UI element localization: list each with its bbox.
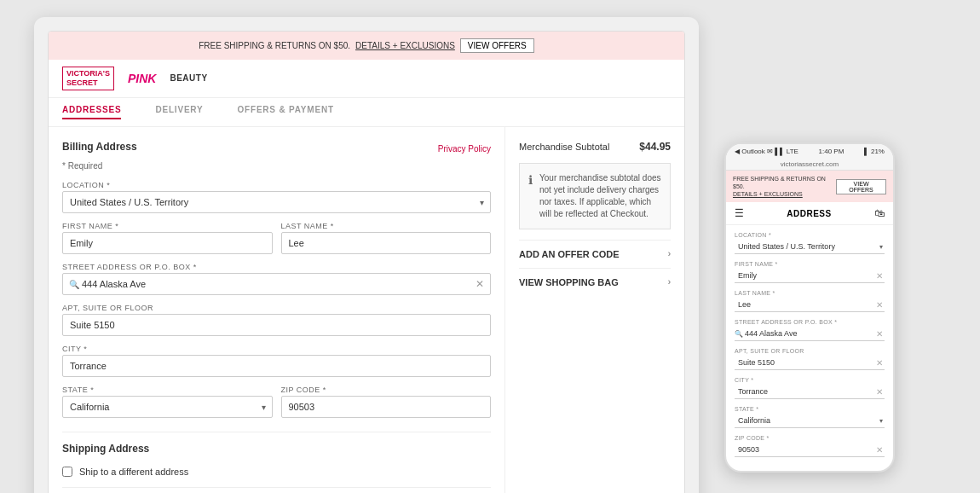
phone-status-bar: ◀ Outlook ✉ ▌▌ LTE 1:40 PM ▌ 21% — [726, 144, 893, 159]
phone-apt-label: APT, SUITE OR FLOOR — [735, 348, 885, 354]
lastname-group: LAST NAME * — [281, 222, 492, 254]
state-group: STATE * California ▾ — [62, 386, 273, 418]
city-group: CITY * — [62, 345, 491, 377]
phone-state-arrow: ▾ — [879, 417, 883, 425]
firstname-group: FIRST NAME * — [62, 222, 273, 254]
phone-firstname-group: FIRST NAME * ✕ — [735, 261, 885, 283]
right-panel: Merchandise Subtotal $44.95 ℹ Your merch… — [505, 127, 684, 493]
phone-banner-link[interactable]: DETAILS + EXCLUSIONS — [733, 191, 803, 197]
step-delivery[interactable]: DELIVERY — [155, 105, 203, 119]
phone-city-label: CITY * — [735, 377, 885, 383]
phone-banner-text: FREE SHIPPING & RETURNS ON $50. — [733, 176, 826, 189]
phone-bag-icon[interactable]: 🛍 — [874, 207, 885, 219]
required-note: * Required — [62, 161, 491, 171]
navigation: VICTORIA'SSECRET PINK BEAUTY — [49, 60, 684, 98]
step-addresses[interactable]: ADDRESSES — [62, 105, 121, 119]
phone-firstname-input[interactable] — [735, 269, 885, 283]
zip-input[interactable] — [281, 396, 492, 418]
state-label: STATE * — [62, 386, 273, 394]
apt-input[interactable] — [62, 314, 491, 336]
phone-apt-group: APT, SUITE OR FLOOR ✕ — [735, 348, 885, 370]
phone-zip-input[interactable] — [735, 443, 885, 457]
phone-search-icon: 🔍 — [735, 330, 743, 338]
shipping-section: Shipping Address — [62, 432, 491, 460]
phone-city-clear[interactable]: ✕ — [876, 387, 883, 397]
phone-zip-clear[interactable]: ✕ — [876, 445, 883, 455]
state-select[interactable]: California — [62, 396, 273, 418]
nav-beauty[interactable]: BEAUTY — [170, 73, 207, 83]
phone-location-select[interactable]: United States / U.S. Territory — [735, 240, 885, 254]
info-text: Your merchandise subtotal does not yet i… — [539, 172, 661, 220]
step-offers-payment[interactable]: OFFERS & PAYMENT — [237, 105, 333, 119]
bag-arrow-icon: › — [668, 277, 671, 287]
phone-state-select[interactable]: California — [735, 414, 885, 428]
banner-link[interactable]: DETAILS + EXCLUSIONS — [355, 41, 455, 50]
phone-menu-icon[interactable]: ☰ — [735, 207, 744, 219]
phone-url: victoriassecret.com — [726, 159, 893, 171]
phone-lastname-clear[interactable]: ✕ — [876, 300, 883, 310]
phone-street-input[interactable] — [735, 327, 885, 341]
phone-banner: FREE SHIPPING & RETURNS ON $50. DETAILS … — [726, 171, 893, 202]
shopping-bag-label: VIEW SHOPPING BAG — [519, 277, 619, 287]
phone-firstname-clear[interactable]: ✕ — [876, 271, 883, 281]
phone-street-group: STREET ADDRESS OR P.O. BOX * 🔍 ✕ — [735, 319, 885, 341]
banner-text: FREE SHIPPING & RETURNS ON $50. — [199, 41, 350, 50]
subtotal-label: Merchandise Subtotal — [519, 142, 609, 152]
offer-code-row[interactable]: ADD AN OFFER CODE › — [519, 240, 671, 268]
offer-arrow-icon: › — [668, 249, 671, 258]
search-icon: 🔍 — [69, 279, 79, 288]
phone-zip-label: ZIP CODE * — [735, 435, 885, 441]
phone-zip-group: ZIP CODE * ✕ — [735, 435, 885, 457]
contact-section: Contact Information Why do we need this?… — [62, 487, 491, 493]
vs-logo: VICTORIA'SSECRET — [62, 67, 114, 90]
laptop-screen: FREE SHIPPING & RETURNS ON $50. DETAILS … — [48, 31, 685, 493]
top-banner: FREE SHIPPING & RETURNS ON $50. DETAILS … — [49, 32, 684, 60]
phone-battery: ▌ 21% — [864, 148, 885, 155]
billing-address-title: Billing Address — [62, 141, 137, 153]
phone-state-group: STATE * California ▾ — [735, 406, 885, 428]
phone-state-label: STATE * — [735, 406, 885, 412]
view-offers-button[interactable]: VIEW OFFERS — [460, 38, 534, 53]
street-label: STREET ADDRESS OR P.O. BOX * — [62, 263, 491, 271]
shipping-checkbox-row: Ship to a different address — [62, 467, 491, 477]
phone-view-offers-button[interactable]: VIEW OFFERS — [836, 179, 886, 194]
firstname-input[interactable] — [62, 232, 273, 254]
phone-apt-input[interactable] — [735, 356, 885, 370]
phone-lastname-group: LAST NAME * ✕ — [735, 290, 885, 312]
shopping-bag-row[interactable]: VIEW SHOPPING BAG › — [519, 268, 671, 296]
phone-form: LOCATION * United States / U.S. Territor… — [726, 225, 893, 471]
city-input[interactable] — [62, 355, 491, 377]
subtotal-row: Merchandise Subtotal $44.95 — [519, 141, 671, 153]
privacy-policy-link[interactable]: Privacy Policy — [438, 144, 491, 154]
checkout-steps: ADDRESSES DELIVERY OFFERS & PAYMENT — [49, 98, 684, 127]
lastname-label: LAST NAME * — [281, 222, 492, 230]
shipping-checkbox-label[interactable]: Ship to a different address — [79, 467, 188, 477]
phone-nav: ☰ ADDRESS 🛍 — [726, 202, 893, 225]
street-input[interactable] — [62, 273, 491, 295]
laptop: FREE SHIPPING & RETURNS ON $50. DETAILS … — [34, 17, 699, 493]
phone-carrier: ◀ Outlook ✉ ▌▌ LTE — [735, 148, 798, 155]
pink-logo: PINK — [128, 72, 156, 85]
phone-time: 1:40 PM — [819, 148, 845, 155]
street-clear-icon[interactable]: ✕ — [476, 278, 484, 290]
location-select[interactable]: United States / U.S. Territory — [62, 191, 491, 213]
street-group: STREET ADDRESS OR P.O. BOX * 🔍 ✕ — [62, 263, 491, 295]
location-label: LOCATION * — [62, 181, 491, 189]
phone-lastname-label: LAST NAME * — [735, 290, 885, 296]
phone-city-input[interactable] — [735, 385, 885, 399]
phone-lastname-input[interactable] — [735, 298, 885, 312]
phone-mockup: ◀ Outlook ✉ ▌▌ LTE 1:40 PM ▌ 21% victori… — [724, 142, 895, 473]
phone-city-group: CITY * ✕ — [735, 377, 885, 399]
phone-apt-clear[interactable]: ✕ — [876, 358, 883, 368]
lastname-input[interactable] — [281, 232, 492, 254]
phone-location-arrow: ▾ — [879, 243, 883, 251]
scene: FREE SHIPPING & RETURNS ON $50. DETAILS … — [0, 0, 980, 493]
phone-location-label: LOCATION * — [735, 232, 885, 238]
phone-street-clear[interactable]: ✕ — [876, 329, 883, 339]
shipping-checkbox[interactable] — [62, 467, 72, 477]
apt-label: APT, SUITE OR FLOOR — [62, 304, 491, 312]
subtotal-value: $44.95 — [639, 141, 671, 153]
info-box: ℹ Your merchandise subtotal does not yet… — [519, 163, 671, 229]
city-label: CITY * — [62, 345, 491, 353]
state-zip-row: STATE * California ▾ ZIP CODE * — [62, 386, 491, 426]
